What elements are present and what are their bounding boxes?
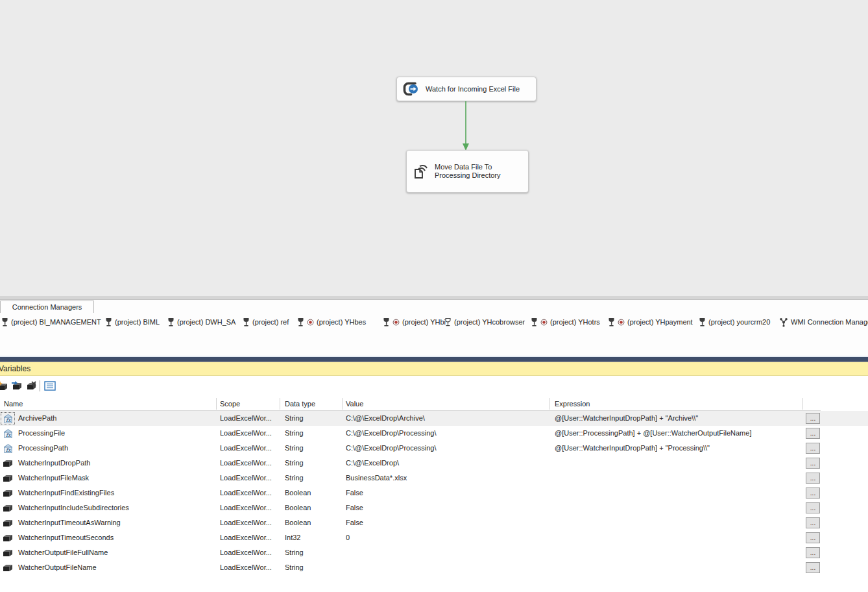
variable-value-cell[interactable]: C:\@\ExcelDrop\Archive\: [346, 411, 547, 426]
variable-name-cell[interactable]: WatcherInputIncludeSubdirectories: [18, 500, 213, 515]
variable-datatype-cell[interactable]: String: [285, 471, 343, 486]
variable-row[interactable]: WatcherOutputFileFullNameLoadExcelWor...…: [0, 545, 868, 560]
connection-manager-item[interactable]: (project) YHotrs: [531, 315, 600, 328]
expression-builder-button[interactable]: ...: [806, 532, 820, 543]
variable-datatype-cell[interactable]: String: [285, 426, 343, 441]
variable-value-cell[interactable]: C:\@\ExcelDrop\: [346, 456, 547, 471]
connection-manager-item[interactable]: (project) YHbi: [383, 315, 446, 328]
variable-row[interactable]: fxProcessingPathLoadExcelWor...StringC:\…: [0, 441, 868, 456]
expression-builder-button[interactable]: ...: [806, 443, 820, 454]
variable-scope-cell: LoadExcelWor...: [220, 486, 280, 500]
connection-manager-item[interactable]: (project) ref: [243, 315, 289, 328]
variable-row[interactable]: fxProcessingFileLoadExcelWor...StringC:\…: [0, 426, 868, 441]
column-header-value[interactable]: Value: [346, 397, 363, 411]
connection-manager-item[interactable]: (project) DWH_SA: [167, 315, 235, 328]
variable-value-cell[interactable]: False: [346, 515, 547, 530]
connection-manager-label: (project) BI_MANAGEMENT: [11, 318, 101, 326]
expression-builder-button[interactable]: ...: [806, 547, 820, 558]
variable-datatype-cell[interactable]: String: [285, 545, 343, 560]
variable-datatype-cell[interactable]: String: [285, 456, 343, 471]
column-header-data-type[interactable]: Data type: [285, 397, 315, 411]
connection-manager-item[interactable]: (project) BI_MANAGEMENT: [1, 315, 101, 328]
variable-expression-cell[interactable]: @[User::WatcherInputDropPath] + "Process…: [555, 441, 801, 456]
variable-datatype-cell[interactable]: String: [285, 441, 343, 456]
variable-row[interactable]: WatcherInputDropPathLoadExcelWor...Strin…: [0, 456, 868, 471]
variable-datatype-cell[interactable]: String: [285, 560, 343, 575]
expression-builder-button[interactable]: ...: [806, 458, 820, 469]
variable-name-cell[interactable]: ArchivePath: [18, 411, 213, 426]
variable-value-cell[interactable]: C:\@\ExcelDrop\Processing\: [346, 426, 547, 441]
column-divider[interactable]: [802, 398, 803, 410]
column-divider[interactable]: [280, 398, 280, 410]
variable-row[interactable]: WatcherInputIncludeSubdirectoriesLoadExc…: [0, 500, 868, 515]
variable-datatype-cell[interactable]: String: [285, 411, 343, 426]
variable-row[interactable]: fxArchivePathLoadExcelWor...StringC:\@\E…: [0, 411, 868, 426]
expression-builder-button[interactable]: ...: [806, 562, 820, 573]
variable-name-cell[interactable]: WatcherOutputFileFullName: [18, 545, 213, 560]
variable-name-cell[interactable]: WatcherInputFindExistingFiles: [18, 486, 213, 500]
success-precedence-arrow[interactable]: [461, 101, 471, 153]
variable-value-cell[interactable]: C:\@\ExcelDrop\Processing\: [346, 441, 547, 456]
variable-expression-cell[interactable]: @[User::ProcessingPath] + @[User::Watche…: [555, 426, 801, 441]
move-variable-icon[interactable]: [10, 379, 24, 393]
variable-row[interactable]: WatcherInputFindExistingFilesLoadExcelWo…: [0, 486, 868, 500]
variable-datatype-cell[interactable]: Boolean: [285, 500, 343, 515]
add-variable-icon[interactable]: [0, 379, 10, 393]
variable-scope-cell: LoadExcelWor...: [220, 441, 280, 456]
expression-builder-button[interactable]: ...: [806, 487, 820, 499]
connection-manager-item[interactable]: (project) YHbes: [297, 315, 366, 328]
variable-value-cell[interactable]: False: [346, 486, 547, 500]
variable-icon: [1, 502, 14, 514]
variable-row[interactable]: WatcherInputTimeoutSecondsLoadExcelWor..…: [0, 530, 868, 545]
expression-builder-button[interactable]: ...: [806, 413, 820, 424]
connection-manager-item[interactable]: (project) yourcrm20: [699, 315, 770, 328]
column-divider[interactable]: [342, 398, 343, 410]
variable-name-cell[interactable]: WatcherInputTimeoutAsWarning: [18, 515, 213, 530]
column-header-expression[interactable]: Expression: [555, 397, 590, 411]
expression-builder-button[interactable]: ...: [806, 502, 820, 513]
variable-row[interactable]: WatcherOutputFileNameLoadExcelWor...Stri…: [0, 560, 868, 575]
connection-manager-label: (project) ref: [252, 318, 289, 326]
column-divider[interactable]: [216, 398, 217, 410]
expression-builder-button[interactable]: ...: [806, 473, 820, 484]
grid-options-icon[interactable]: [43, 379, 57, 393]
connection-managers-tab[interactable]: Connection Managers: [0, 301, 94, 313]
column-header-name[interactable]: Name: [4, 397, 23, 411]
expression-builder-button[interactable]: ...: [806, 428, 820, 439]
database-connection-icon: [608, 317, 615, 327]
delete-variable-icon[interactable]: [24, 379, 38, 393]
column-header-scope[interactable]: Scope: [220, 397, 240, 411]
variable-name-cell[interactable]: ProcessingFile: [18, 426, 213, 441]
variable-icon: [1, 517, 14, 529]
variable-name-cell[interactable]: WatcherInputFileMask: [18, 471, 213, 486]
database-connection-icon: [1, 317, 8, 327]
variable-value-cell[interactable]: BusinessData*.xlsx: [346, 471, 547, 486]
offline-dot-icon: [540, 319, 548, 326]
variable-value-cell[interactable]: 0: [346, 530, 547, 545]
variable-icon: [1, 562, 14, 574]
variable-name-cell[interactable]: WatcherInputDropPath: [18, 456, 213, 471]
connection-manager-item[interactable]: (project) BIML: [105, 315, 160, 328]
variable-expression-cell[interactable]: @[User::WatcherInputDropPath] + "Archive…: [555, 411, 801, 426]
database-connection-icon: [699, 317, 706, 327]
column-divider[interactable]: [549, 398, 550, 410]
expression-builder-button[interactable]: ...: [806, 517, 820, 528]
connection-managers-tray: Connection Managers (project) BI_MANAGEM…: [0, 300, 868, 356]
variable-datatype-cell[interactable]: Int32: [285, 530, 343, 545]
variables-window-splitter[interactable]: [0, 357, 868, 362]
variable-name-cell[interactable]: WatcherInputTimeoutSeconds: [18, 530, 213, 545]
variable-row[interactable]: WatcherInputFileMaskLoadExcelWor...Strin…: [0, 471, 868, 486]
variable-datatype-cell[interactable]: Boolean: [285, 515, 343, 530]
connection-manager-item[interactable]: (project) YHcobrowser: [444, 315, 525, 328]
task-watch-for-incoming-excel-file[interactable]: Watch for Incoming Excel File: [396, 77, 536, 101]
variable-name-cell[interactable]: ProcessingPath: [18, 441, 213, 456]
task-move-data-file-to-processing-directory[interactable]: Move Data File To Processing Directory: [406, 150, 529, 193]
variable-name-cell[interactable]: WatcherOutputFileName: [18, 560, 213, 575]
variable-value-cell[interactable]: False: [346, 500, 547, 515]
connection-manager-item[interactable]: (project) YHpayment: [608, 315, 693, 328]
connection-manager-item[interactable]: WMI Connection Manager: [779, 315, 868, 328]
variables-panel-title-bar[interactable]: Variables: [0, 362, 868, 376]
control-flow-design-surface[interactable]: Watch for Incoming Excel File Move Data …: [0, 0, 868, 296]
variable-datatype-cell[interactable]: Boolean: [285, 486, 343, 500]
variable-row[interactable]: WatcherInputTimeoutAsWarningLoadExcelWor…: [0, 515, 868, 530]
